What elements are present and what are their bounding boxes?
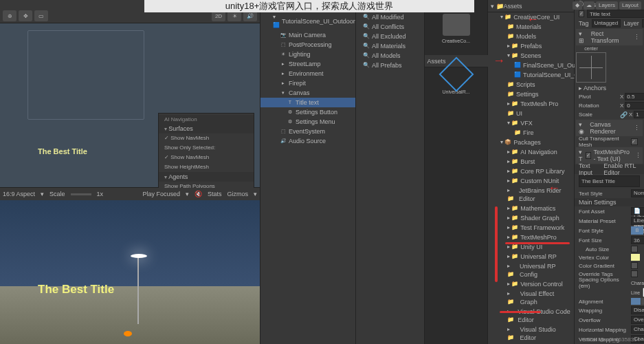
- link-icon[interactable]: 🔗: [620, 111, 628, 118]
- tree-item[interactable]: 🔊Audio Source: [260, 136, 355, 146]
- tree-item[interactable]: ▸ 📁 Test Framework: [488, 223, 574, 233]
- tag-dropdown[interactable]: Untagged: [592, 19, 621, 28]
- cull-checkbox[interactable]: [631, 138, 638, 145]
- tree-item[interactable]: ▸ 📁 Visual Effect Graph: [488, 289, 574, 307]
- aspect-dropdown[interactable]: 16:9 Aspect: [3, 191, 35, 197]
- overflow-dropdown[interactable]: Overflow: [631, 316, 644, 324]
- tree-item[interactable]: ▸ 📁 Visual Studio Editor: [488, 325, 574, 343]
- rot-x[interactable]: [625, 102, 644, 109]
- tree-item[interactable]: 📁 Models: [488, 32, 574, 41]
- tree-item[interactable]: ▸ 📁 Shader Graph: [488, 213, 574, 223]
- collab-icon[interactable]: ◆: [573, 1, 582, 10]
- tree-item[interactable]: ▾Canvas: [260, 88, 355, 98]
- layout-dropdown[interactable]: Layout: [619, 1, 641, 10]
- fav-item[interactable]: 🔍 All Conflicts: [356, 22, 424, 32]
- tree-item[interactable]: ▸ 📁 Visual Studio Code Editor: [488, 307, 574, 325]
- tmp-enabled[interactable]: [586, 152, 591, 159]
- ctx-item[interactable]: Show NavMesh: [159, 133, 254, 143]
- text-style-dropdown[interactable]: Normal: [631, 189, 644, 197]
- scale-slider[interactable]: [71, 193, 91, 195]
- scale-x[interactable]: [634, 111, 644, 118]
- main-settings-header[interactable]: Main Settings: [579, 199, 617, 206]
- cloud-icon[interactable]: ☁: [584, 1, 595, 10]
- light-icon: ☀: [280, 51, 287, 58]
- gizmos-button[interactable]: Gizmos: [227, 191, 248, 197]
- tree-item[interactable]: ▸ 📁 Burst: [488, 157, 574, 166]
- override-checkbox[interactable]: [631, 270, 638, 277]
- fav-item[interactable]: 🔍 All Excluded: [356, 32, 424, 41]
- scene-canvas[interactable]: The Best Title AI Navigation ▾ Surfaces …: [0, 23, 260, 187]
- tree-item[interactable]: ▸ 📁 Version Control: [488, 279, 574, 289]
- vertex-color-swatch[interactable]: [631, 254, 640, 261]
- ctx-item[interactable]: Show HeightMesh: [159, 162, 254, 172]
- ctx-item[interactable]: Show Only Selected:: [159, 143, 254, 153]
- canvas-rect[interactable]: [27, 30, 144, 120]
- anchors-foldout[interactable]: ▸ Anchors: [579, 85, 606, 92]
- fav-item[interactable]: 🔍 All Models: [356, 51, 424, 61]
- tree-item[interactable]: ▾ 📦 Packages: [488, 138, 574, 147]
- tree-item[interactable]: ⬚PostProcessing: [260, 40, 355, 50]
- fav-item[interactable]: 🔍 All Modified: [356, 12, 424, 22]
- mute-icon[interactable]: 🔇: [195, 191, 202, 197]
- tree-item[interactable]: ▸ 📁 TextMeshPro: [488, 233, 574, 242]
- tree-item[interactable]: ▸Firepit: [260, 78, 355, 88]
- tree-item[interactable]: 📁 UI: [488, 109, 574, 118]
- rect-transform-header[interactable]: ▾ ⊞ Rect Transform⋮: [576, 29, 643, 45]
- tmp-header[interactable]: ▾ T TextMeshPro - Text (UI)⋮: [576, 147, 643, 164]
- favorites-panel: ★ Favorites 🔍 All Modified 🔍 All Conflic…: [356, 0, 425, 344]
- tree-item[interactable]: 📁 Settings: [488, 89, 574, 99]
- play-focused[interactable]: Play Focused: [142, 191, 180, 197]
- tree-item[interactable]: ▸ 📁 Universal RP Config: [488, 261, 574, 279]
- font-asset-field[interactable]: 📄 LiberationSans SDF (TMP_Font Asset): [631, 207, 644, 215]
- tree-item[interactable]: ▸ 📁 Custom NUnit: [488, 176, 574, 186]
- text-input-area[interactable]: The Best Title: [579, 175, 640, 187]
- tree-item[interactable]: 📁 Scripts: [488, 80, 574, 89]
- tree-item[interactable]: ▸StreetLamp: [260, 59, 355, 69]
- tree-item[interactable]: ▸Environment: [260, 69, 355, 78]
- bold-btn[interactable]: B: [631, 226, 643, 235]
- rtl-button[interactable]: Enable RTL Editor: [603, 162, 640, 176]
- active-checkbox[interactable]: [579, 10, 584, 17]
- material-preset-dropdown[interactable]: LiberationSans SDF Material: [631, 217, 644, 225]
- tree-item[interactable]: ☀Lighting: [260, 50, 355, 59]
- autosize-checkbox[interactable]: [631, 246, 638, 252]
- canvas-renderer-header[interactable]: ▾ ◉ Canvas Renderer⋮: [576, 120, 643, 136]
- tree-item[interactable]: 📁 Fire: [488, 128, 574, 138]
- stats-button[interactable]: Stats: [208, 191, 222, 197]
- font-size-input[interactable]: [631, 236, 644, 244]
- tree-item[interactable]: ⚙Settings Button: [260, 107, 355, 117]
- scene-view[interactable]: ⊕ ✥ ▭ 2D ☀ 🔊 The Best Title AI Navigatio…: [0, 0, 260, 188]
- tree-item[interactable]: ▸ 📁 Prefabs: [488, 41, 574, 51]
- tree-item[interactable]: ▸ 📁 Universal RP: [488, 252, 574, 261]
- tree-item-selected[interactable]: TTitle text: [260, 98, 355, 107]
- tool-rect[interactable]: ▭: [34, 10, 48, 21]
- pivot-x[interactable]: [625, 93, 644, 100]
- tree-item[interactable]: 📷Main Camera: [260, 30, 355, 40]
- fav-item[interactable]: 🔍 All Materials: [356, 41, 424, 51]
- align-center[interactable]: [641, 298, 644, 305]
- gradient-checkbox[interactable]: [631, 262, 638, 269]
- layers-dropdown[interactable]: Layers: [596, 1, 618, 10]
- scene-root[interactable]: ▾ 🟦 TutorialScene_UI_Outdoor: [260, 12, 355, 30]
- tree-item[interactable]: ▸ 📁 JetBrains Rider Editor: [488, 186, 574, 204]
- align-left[interactable]: [631, 298, 641, 305]
- game-view[interactable]: 16:9 Aspect▾ Scale 1x Play Focused▾ 🔇 St…: [0, 188, 260, 344]
- tool-view[interactable]: ⊕: [3, 10, 16, 21]
- tree-item[interactable]: ▸ 📁 TextMesh Pro: [488, 99, 574, 109]
- tree-item[interactable]: ▸ 📁 Mathematics: [488, 204, 574, 213]
- tree-item[interactable]: ▸ 📁 AI Navigation: [488, 147, 574, 157]
- hmap-dropdown[interactable]: Character: [631, 325, 644, 334]
- tree-item[interactable]: ▾ 📁 VFX: [488, 118, 574, 128]
- tool-move[interactable]: ✥: [19, 10, 32, 21]
- streetlamp: [137, 255, 139, 324]
- anchor-preset[interactable]: [576, 52, 606, 83]
- wrapping-dropdown[interactable]: Disabled: [631, 306, 644, 314]
- tree-item[interactable]: ▸ 📁 Core RP Library: [488, 166, 574, 176]
- scene-title-object[interactable]: The Best Title: [38, 147, 87, 155]
- tree-item[interactable]: 🟦 TutorialScene_UI_Outdoor: [488, 70, 574, 80]
- tree-item[interactable]: ⚙Settings Menu: [260, 117, 355, 127]
- tree-item[interactable]: ⬚EventSystem: [260, 127, 355, 136]
- fav-item[interactable]: 🔍 All Prefabs: [356, 61, 424, 70]
- asset-folder[interactable]: CreativeCo...: [439, 14, 474, 48]
- ctx-item[interactable]: Show NavMesh: [159, 153, 254, 162]
